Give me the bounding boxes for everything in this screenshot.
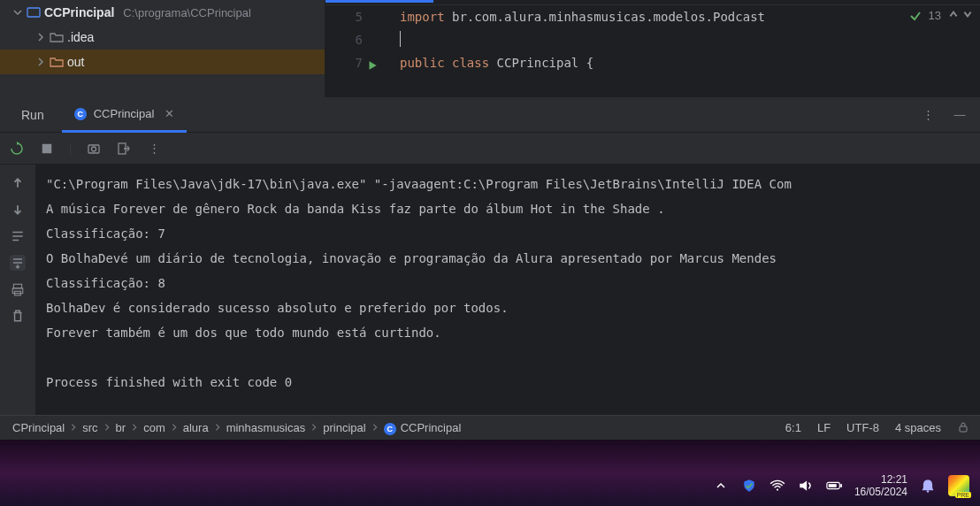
run-tab-label: CCPrincipal	[94, 107, 155, 120]
rerun-icon[interactable]	[9, 141, 25, 157]
breadcrumb-item[interactable]: br	[112, 421, 130, 434]
indent-setting[interactable]: 4 spaces	[895, 421, 941, 434]
up-arrow-icon[interactable]	[10, 175, 26, 191]
svg-rect-8	[960, 426, 967, 432]
line-number: 6	[325, 33, 379, 47]
minimize-icon[interactable]: —	[952, 107, 968, 123]
breadcrumb-item[interactable]: CPrincipal	[9, 421, 68, 434]
problems-count[interactable]: 13	[929, 9, 941, 22]
run-tab[interactable]: C CCPrincipal ✕	[62, 98, 188, 133]
svg-point-13	[927, 490, 930, 493]
breadcrumb-item[interactable]: minhasmusicas	[223, 421, 310, 434]
tree-item-label: .idea	[67, 30, 94, 44]
battery-icon[interactable]	[826, 478, 842, 494]
svg-point-3	[92, 147, 96, 151]
code-editor[interactable]: 5 import br.com.alura.minhasmusicas.mode…	[325, 0, 980, 97]
run-gutter-icon[interactable]	[366, 59, 379, 72]
line-separator[interactable]: LF	[817, 421, 831, 434]
line-number: 7	[325, 56, 379, 70]
status-bar: CPrincipalsrcbrcomaluraminhasmusicasprin…	[0, 415, 980, 440]
breadcrumb-item[interactable]: alura	[180, 421, 212, 434]
wifi-icon[interactable]	[769, 478, 785, 494]
svg-rect-11	[840, 484, 842, 487]
print-icon[interactable]	[10, 281, 26, 297]
project-tree[interactable]: CCPrincipal C:\programa\CCPrincipal .ide…	[0, 0, 325, 97]
svg-rect-5	[13, 284, 21, 288]
scroll-to-end-icon[interactable]	[10, 255, 26, 271]
readonly-icon[interactable]	[957, 421, 971, 435]
breadcrumbs[interactable]: CPrincipalsrcbrcomaluraminhasmusicasprin…	[9, 421, 464, 435]
security-icon[interactable]	[741, 478, 757, 494]
trash-icon[interactable]	[10, 308, 26, 324]
tree-item-out[interactable]: out	[0, 50, 325, 74]
screenshot-icon[interactable]	[86, 141, 102, 157]
svg-rect-12	[829, 484, 837, 487]
next-highlight-icon[interactable]	[962, 9, 973, 22]
chevron-right-icon	[35, 57, 46, 67]
taskbar[interactable]: 12:21 16/05/2024	[0, 465, 980, 506]
tree-item-label: out	[67, 55, 84, 69]
soft-wrap-icon[interactable]	[10, 228, 26, 244]
svg-point-9	[777, 488, 778, 490]
breadcrumb-item[interactable]: src	[79, 421, 101, 434]
down-arrow-icon[interactable]	[10, 202, 26, 218]
class-icon: C	[74, 108, 87, 120]
chevron-up-icon[interactable]	[713, 478, 729, 494]
breadcrumb-item[interactable]: com	[140, 421, 169, 434]
console-output[interactable]: "C:\Program Files\Java\jdk-17\bin\java.e…	[35, 165, 980, 415]
close-icon[interactable]: ✕	[165, 107, 174, 120]
module-icon	[27, 5, 41, 19]
check-icon[interactable]	[909, 10, 922, 22]
copilot-icon[interactable]	[948, 475, 969, 496]
breadcrumb-item[interactable]: CCCPrincipal	[380, 421, 465, 435]
stop-icon[interactable]	[39, 141, 55, 157]
desktop-background: 12:21 16/05/2024	[0, 440, 980, 506]
folder-icon	[50, 55, 64, 69]
kebab-icon[interactable]: ⋮	[146, 141, 162, 157]
run-toolwindow-label[interactable]: Run	[9, 108, 57, 122]
prev-highlight-icon[interactable]	[948, 9, 959, 22]
project-root-path: C:\programa\CCPrincipal	[123, 6, 251, 19]
tree-root[interactable]: CCPrincipal C:\programa\CCPrincipal	[0, 0, 325, 25]
breadcrumb-item[interactable]: principal	[319, 421, 369, 434]
cursor-position[interactable]: 6:1	[785, 421, 801, 434]
more-icon[interactable]: ⋮	[920, 107, 936, 123]
tree-item-idea[interactable]: .idea	[0, 25, 325, 50]
folder-icon	[50, 30, 64, 44]
file-encoding[interactable]: UTF-8	[846, 421, 879, 434]
svg-rect-1	[42, 143, 52, 153]
project-root-name: CCPrincipal	[44, 5, 114, 19]
svg-rect-0	[27, 8, 40, 17]
volume-icon[interactable]	[798, 478, 814, 494]
chevron-right-icon	[35, 32, 46, 42]
line-number: 5	[325, 10, 379, 24]
exit-icon[interactable]	[116, 141, 132, 157]
notification-icon[interactable]	[920, 478, 936, 494]
chevron-down-icon	[12, 7, 23, 18]
system-clock[interactable]: 12:21 16/05/2024	[854, 473, 907, 498]
